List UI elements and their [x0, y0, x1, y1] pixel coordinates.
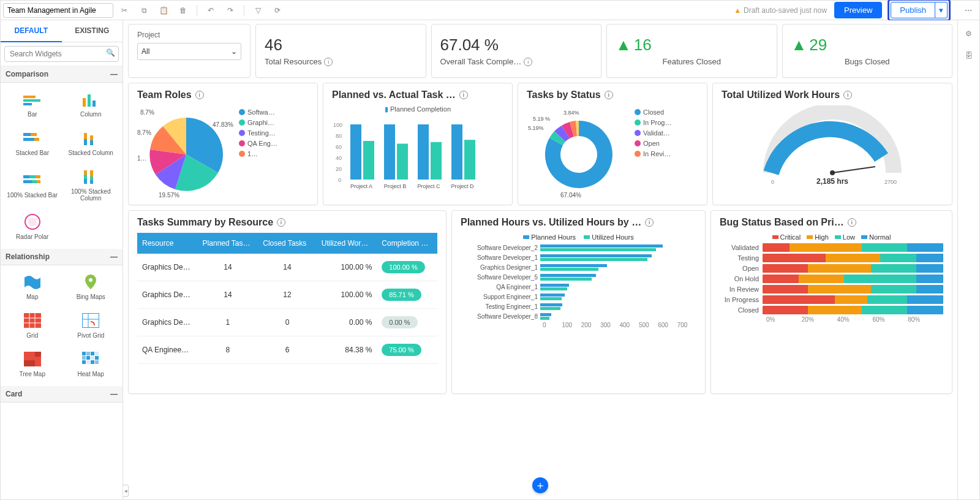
widget-label: Map	[26, 294, 38, 300]
table-header: Planned Tas…	[198, 233, 258, 254]
svg-rect-14	[23, 175, 29, 178]
info-icon[interactable]: i	[324, 58, 333, 66]
svg-rect-41	[82, 352, 86, 355]
widget-pivot-grid[interactable]: Pivot Grid	[62, 306, 121, 345]
widget-column[interactable]: Column	[62, 85, 121, 124]
project-select[interactable]: All⌄	[137, 43, 241, 60]
widget-heat-map[interactable]: Heat Map	[62, 345, 121, 384]
preview-button[interactable]: Preview	[834, 2, 882, 18]
team-roles-pie: 8.7% 8.7% 1… 19.57% 47.83%	[137, 105, 235, 197]
table-row[interactable]: QA Enginee…8684.38 %75.00 %	[137, 336, 437, 364]
kpi-bugs-closed: ▲29 Bugs Closed	[782, 24, 953, 78]
project-filter-card: Project All⌄	[128, 24, 251, 78]
widget-100%-stacked-column[interactable]: 100% Stacked Column	[62, 162, 121, 208]
widget-tree-map[interactable]: Tree Map	[3, 345, 62, 384]
info-icon[interactable]: i	[848, 218, 856, 227]
widget-map[interactable]: Map	[3, 268, 62, 306]
filter-icon[interactable]: ▽	[249, 2, 266, 19]
info-icon[interactable]: i	[459, 91, 468, 99]
undo-icon[interactable]: ↶	[202, 2, 219, 19]
info-icon[interactable]: i	[277, 218, 285, 227]
widget-sidebar: DEFAULT EXISTING 🔍 Comparison— BarColumn…	[1, 20, 123, 499]
svg-rect-2	[23, 103, 32, 105]
info-icon[interactable]: i	[195, 91, 204, 99]
paste-icon[interactable]: 📋	[155, 2, 172, 19]
up-arrow-icon: ▲	[616, 36, 631, 55]
delete-icon[interactable]: 🗑	[175, 2, 192, 19]
hbar-row: Graphics Designer_1	[461, 263, 696, 271]
svg-text:60: 60	[336, 144, 342, 150]
table-row[interactable]: Graphics De…1414100.00 %100.00 %	[137, 254, 437, 281]
svg-rect-48	[95, 356, 99, 360]
widget-stacked-column[interactable]: Stacked Column	[62, 124, 121, 162]
sidebar-collapse-handle[interactable]: ◂	[123, 485, 129, 497]
table-row[interactable]: Graphics De…100.00 %0.00 %	[137, 309, 437, 336]
widget-grid[interactable]: Grid	[3, 306, 62, 345]
search-input[interactable]	[4, 46, 119, 62]
svg-rect-5	[92, 100, 96, 107]
svg-rect-19	[37, 180, 40, 183]
widget-icon	[78, 311, 103, 330]
svg-rect-51	[91, 360, 94, 364]
hbar-row: Support Engineer_1	[461, 292, 696, 301]
svg-rect-67	[397, 144, 408, 180]
datasource-icon[interactable]: 🗄	[962, 48, 976, 63]
right-rail: ⚙ 🗄	[957, 20, 979, 499]
svg-text:100: 100	[333, 122, 342, 128]
widget-100%-stacked-bar[interactable]: 100% Stacked Bar	[3, 162, 62, 208]
legend-item: Low	[835, 233, 855, 241]
table-row[interactable]: Graphics De…1412100.00 %85.71 %	[137, 281, 437, 309]
refresh-icon[interactable]: ⟳	[269, 2, 286, 19]
svg-rect-43	[91, 352, 94, 355]
tab-existing[interactable]: EXISTING	[62, 20, 123, 42]
up-arrow-icon: ▲	[791, 36, 807, 55]
more-icon[interactable]: ⋯	[960, 2, 977, 19]
publish-button[interactable]: Publish	[891, 2, 935, 18]
svg-text:80: 80	[336, 133, 342, 139]
tab-default[interactable]: DEFAULT	[1, 20, 62, 42]
widget-label: Tree Map	[20, 371, 45, 377]
table-header: Utilized Wor…	[317, 233, 377, 254]
info-icon[interactable]: i	[645, 218, 654, 227]
svg-point-81	[830, 170, 835, 175]
widget-bar[interactable]: Bar	[3, 85, 62, 124]
cut-icon[interactable]: ✂	[116, 2, 133, 19]
svg-point-28	[89, 278, 92, 282]
widget-icon	[20, 171, 45, 189]
dashboard-title-input[interactable]	[3, 3, 113, 18]
legend-item: Closed	[635, 108, 698, 116]
add-widget-button[interactable]: ＋	[532, 477, 548, 493]
widget-label: Bing Maps	[77, 294, 105, 300]
svg-rect-39	[35, 357, 41, 366]
publish-dropdown[interactable]: ▾	[935, 2, 948, 18]
category-comparison[interactable]: Comparison—	[1, 66, 123, 83]
card-title-text: Tasks Summary by Resource	[137, 217, 273, 228]
category-card[interactable]: Card—	[1, 386, 123, 403]
legend-item: High	[807, 233, 829, 241]
category-relationship[interactable]: Relationship—	[1, 249, 123, 265]
svg-rect-0	[23, 96, 36, 98]
svg-rect-37	[24, 352, 35, 360]
widget-label: Heat Map	[78, 371, 104, 377]
info-icon[interactable]: i	[605, 91, 613, 99]
info-icon[interactable]: i	[843, 91, 852, 99]
svg-rect-16	[36, 175, 40, 178]
hbar-row: Software Developer_1	[461, 253, 696, 262]
widget-icon	[20, 350, 45, 368]
redo-icon[interactable]: ↷	[222, 2, 239, 19]
svg-rect-7	[31, 133, 37, 136]
svg-rect-24	[90, 176, 93, 180]
info-icon[interactable]: i	[524, 58, 532, 66]
legend-item: Normal	[861, 233, 891, 241]
stacked-bar-row: In Progress	[720, 295, 943, 304]
stacked-bar-row: In Review	[720, 285, 943, 294]
svg-rect-18	[32, 180, 37, 183]
widget-radar-polar[interactable]: Radar Polar	[3, 208, 62, 246]
widget-stacked-bar[interactable]: Stacked Bar	[3, 124, 62, 162]
dashboard-canvas[interactable]: ◂ Project All⌄ 46 Total Resourcesi 67.04…	[123, 20, 957, 499]
copy-icon[interactable]: ⧉	[135, 2, 153, 19]
kpi-total-resources: 46 Total Resourcesi	[255, 24, 426, 78]
svg-rect-46	[86, 356, 90, 360]
settings-icon[interactable]: ⚙	[962, 26, 976, 41]
widget-bing-maps[interactable]: Bing Maps	[62, 268, 121, 306]
